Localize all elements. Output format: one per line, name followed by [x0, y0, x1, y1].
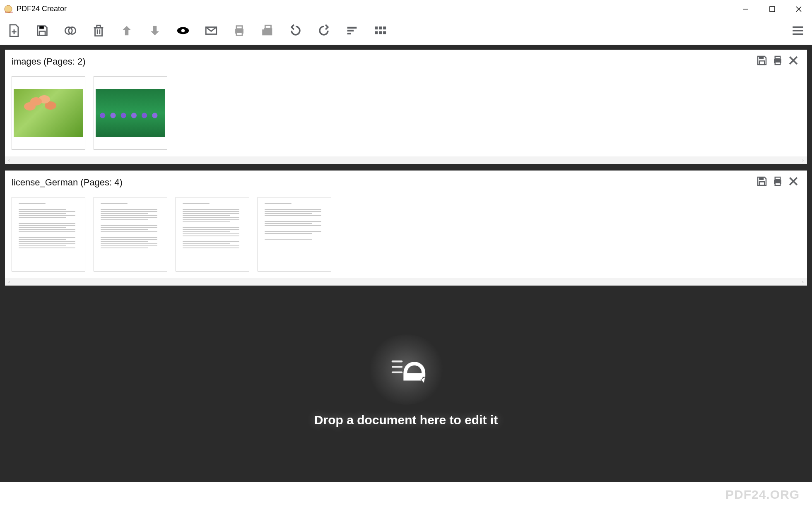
titlebar: PDF24 PDF24 Creator — [0, 0, 812, 18]
horizontal-scrollbar[interactable]: ‹ › — [5, 156, 807, 164]
fax-icon — [260, 24, 275, 39]
print-icon — [771, 175, 784, 190]
print-icon — [232, 24, 246, 39]
svg-rect-16 — [97, 25, 101, 28]
svg-rect-32 — [375, 31, 378, 34]
toolbar — [0, 18, 812, 45]
main-workspace: images (Pages: 2) ‹ — [0, 45, 812, 482]
doc-save-button[interactable] — [755, 175, 769, 190]
merge-button[interactable] — [63, 24, 78, 39]
eye-icon — [176, 24, 190, 39]
move-up-button[interactable] — [119, 24, 134, 39]
grid-icon — [373, 24, 387, 39]
add-file-button[interactable] — [7, 24, 22, 39]
document-thumbnails — [5, 72, 807, 156]
app-title: PDF24 Creator — [17, 5, 67, 13]
document-header: license_German (Pages: 4) — [5, 171, 807, 193]
move-down-button[interactable] — [147, 24, 162, 39]
svg-rect-25 — [265, 25, 271, 28]
close-icon — [787, 175, 800, 190]
rotate-left-button[interactable] — [288, 24, 303, 39]
close-icon — [787, 54, 800, 69]
grid-button[interactable] — [373, 24, 388, 39]
page-thumbnail[interactable] — [12, 76, 85, 150]
close-button[interactable] — [785, 0, 812, 18]
save-icon — [35, 24, 49, 39]
document-panel[interactable]: images (Pages: 2) ‹ — [5, 50, 807, 164]
print-button[interactable] — [232, 24, 247, 39]
svg-rect-38 — [759, 56, 764, 59]
file-plus-icon — [7, 24, 21, 39]
merge-icon — [63, 24, 77, 39]
svg-rect-48 — [775, 177, 781, 180]
document-title: license_German (Pages: 4) — [12, 177, 123, 188]
drop-zone-label: Drop a document here to edit it — [314, 413, 498, 427]
mail-icon — [204, 24, 218, 39]
page-thumbnail[interactable] — [258, 197, 331, 272]
doc-print-button[interactable] — [771, 55, 785, 69]
svg-rect-30 — [379, 26, 382, 29]
save-icon — [756, 54, 768, 69]
doc-print-button[interactable] — [771, 175, 785, 190]
svg-text:PDF24: PDF24 — [5, 11, 13, 14]
chevron-left-icon: ‹ — [8, 279, 10, 284]
svg-rect-21 — [236, 26, 242, 29]
save-button[interactable] — [35, 24, 50, 39]
hamburger-icon — [791, 24, 805, 39]
footer: PDF24.ORG — [0, 482, 812, 507]
trash-icon — [92, 24, 106, 39]
chevron-right-icon: › — [802, 279, 804, 284]
sort-icon — [345, 24, 359, 39]
svg-rect-29 — [375, 26, 378, 29]
rotate-right-icon — [317, 24, 331, 39]
page-thumbnail[interactable] — [12, 197, 85, 272]
svg-rect-24 — [262, 29, 264, 35]
document-header: images (Pages: 2) — [5, 50, 807, 72]
rotate-right-button[interactable] — [316, 24, 331, 39]
svg-rect-33 — [379, 31, 382, 34]
doc-close-button[interactable] — [786, 55, 800, 69]
svg-rect-23 — [264, 28, 272, 35]
svg-rect-22 — [236, 32, 242, 35]
page-thumbnail[interactable] — [94, 197, 167, 272]
svg-point-18 — [181, 29, 185, 33]
svg-rect-12 — [95, 28, 102, 36]
fax-button[interactable] — [260, 24, 275, 39]
svg-rect-34 — [383, 31, 386, 34]
svg-rect-46 — [759, 182, 765, 185]
svg-rect-45 — [759, 177, 764, 180]
drop-icon — [375, 343, 437, 396]
maximize-button[interactable] — [759, 0, 785, 18]
footer-brand: PDF24.ORG — [725, 488, 800, 502]
document-panel[interactable]: license_German (Pages: 4) — [5, 171, 807, 286]
doc-close-button[interactable] — [786, 175, 800, 190]
minimize-button[interactable] — [732, 0, 759, 18]
window-controls — [732, 0, 812, 18]
svg-rect-8 — [39, 26, 44, 29]
svg-rect-31 — [383, 26, 386, 29]
svg-rect-9 — [39, 31, 45, 35]
hamburger-menu[interactable] — [790, 24, 805, 39]
document-title: images (Pages: 2) — [12, 56, 86, 67]
drop-zone[interactable]: Drop a document here to edit it — [5, 292, 807, 477]
chevron-right-icon: › — [802, 158, 804, 163]
svg-rect-3 — [770, 7, 775, 12]
svg-rect-42 — [775, 62, 781, 65]
sort-button[interactable] — [345, 24, 359, 39]
app-icon: PDF24 — [3, 4, 13, 14]
delete-button[interactable] — [91, 24, 106, 39]
arrow-up-icon — [120, 24, 134, 39]
arrow-down-icon — [148, 24, 162, 39]
print-icon — [771, 54, 784, 69]
doc-save-button[interactable] — [755, 55, 769, 69]
email-button[interactable] — [204, 24, 219, 39]
save-icon — [756, 175, 768, 190]
page-thumbnail[interactable] — [94, 76, 167, 150]
rotate-left-icon — [289, 24, 303, 39]
preview-button[interactable] — [176, 24, 190, 39]
page-thumbnail[interactable] — [176, 197, 249, 272]
chevron-left-icon: ‹ — [8, 158, 10, 163]
svg-rect-49 — [775, 183, 781, 185]
svg-rect-39 — [759, 61, 765, 65]
horizontal-scrollbar[interactable]: ‹ › — [5, 278, 807, 286]
